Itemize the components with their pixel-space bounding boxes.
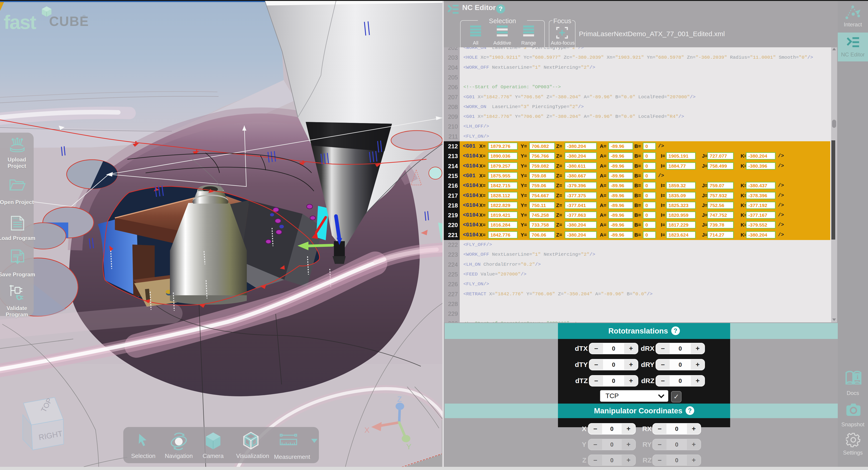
svg-text:PRN: PRN bbox=[13, 217, 19, 220]
svg-text:Z: Z bbox=[397, 395, 402, 403]
svg-text:Y: Y bbox=[406, 442, 411, 451]
svg-text:X: X bbox=[364, 426, 370, 434]
svg-text:i: i bbox=[857, 374, 858, 380]
